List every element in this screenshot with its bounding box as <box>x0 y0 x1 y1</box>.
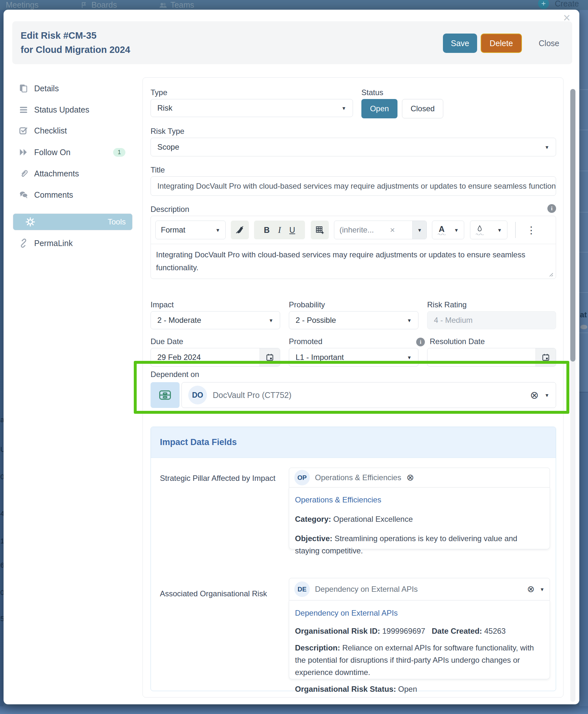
resolution-date-input[interactable] <box>427 348 556 367</box>
format-select[interactable]: Format ▼ <box>155 221 226 239</box>
avatar-initials: DE <box>294 582 310 597</box>
chevron-down-icon: ▼ <box>215 227 220 233</box>
sidebar-item-permalink[interactable]: PermaLink <box>13 235 132 251</box>
associated-risk-field[interactable]: DE Dependency on External APIs ⊗ ▼ <box>289 578 550 600</box>
due-date-input[interactable]: 29 Feb 2024 <box>150 348 280 367</box>
nav-teams-label: Teams <box>170 0 194 10</box>
dependent-on-field[interactable]: DO DocVault Pro (CT752) ⊗ ▼ <box>182 382 556 408</box>
close-button[interactable]: Close <box>531 34 567 53</box>
probability-select[interactable]: 2 - Possible ▼ <box>289 311 418 329</box>
scrollbar-thumb[interactable] <box>570 89 575 362</box>
background-bottom-bar <box>0 706 588 714</box>
delete-button[interactable]: Delete <box>481 34 522 53</box>
status-open-button[interactable]: Open <box>361 99 398 118</box>
info-icon[interactable]: i <box>416 338 425 346</box>
fast-forward-icon <box>13 147 34 157</box>
calendar-icon[interactable] <box>536 348 556 366</box>
strategic-pillar-detail-card: Operations & Efficiencies Category: Oper… <box>289 487 550 549</box>
table-icon <box>315 225 324 235</box>
clear-selection-icon[interactable]: ⊗ <box>406 473 414 482</box>
nav-boards[interactable]: Boards <box>80 0 117 10</box>
page-title-line2: for Cloud Migration 2024 <box>21 43 130 57</box>
impact-label: Impact <box>150 300 174 309</box>
section-header: Impact Data Fields <box>151 427 556 458</box>
pillar-link[interactable]: Operations & Efficiencies <box>295 494 544 506</box>
chevron-down-icon: ▼ <box>454 227 459 233</box>
nav-boards-label: Boards <box>91 0 117 10</box>
underline-button[interactable]: U <box>290 225 295 235</box>
title-label: Title <box>150 165 165 175</box>
clear-format-icon <box>235 225 245 235</box>
save-button[interactable]: Save <box>443 34 477 53</box>
strategic-pillar-field[interactable]: OP Operations & Efficiencies ⊗ <box>289 468 550 488</box>
sidebar-item-label: Status Updates <box>34 105 89 115</box>
more-options-button[interactable]: ⋮ <box>522 221 540 239</box>
status-closed-button[interactable]: Closed <box>402 99 443 118</box>
background-dot <box>580 325 587 329</box>
edit-risk-modal: × Edit Risk #CM-35 for Cloud Migration 2… <box>3 10 579 704</box>
insert-table-button[interactable] <box>311 221 329 239</box>
title-input[interactable]: Integrating DocVault Pro with cloud-base… <box>150 177 556 196</box>
nav-meetings[interactable]: Meetings <box>6 0 38 10</box>
impact-select[interactable]: 2 - Moderate ▼ <box>150 311 280 329</box>
chevron-down-icon: ▼ <box>407 318 412 323</box>
chevron-down-icon[interactable]: ▼ <box>545 392 549 398</box>
clear-selection-icon[interactable]: ⊗ <box>527 585 534 594</box>
app-top-nav: Meetings Boards Teams + Create <box>0 0 588 10</box>
info-icon[interactable]: i <box>547 204 556 213</box>
resize-handle-icon[interactable] <box>548 271 553 277</box>
avatar-initials: OP <box>294 470 310 485</box>
risk-type-label: Risk Type <box>150 127 184 136</box>
teams-icon <box>159 1 167 9</box>
italic-button[interactable]: I <box>278 225 281 235</box>
form-panel: Type Risk ▼ Status Open Closed Risk Type… <box>143 77 564 697</box>
comments-icon <box>13 190 34 200</box>
chevron-down-icon: ▼ <box>497 227 502 233</box>
clear-selection-icon[interactable]: ⊗ <box>530 390 539 400</box>
nav-meetings-label: Meetings <box>6 0 38 10</box>
sidebar-item-follow-on[interactable]: Follow On 1 <box>13 144 132 161</box>
bold-button[interactable]: B <box>264 225 270 235</box>
chevron-down-icon: ▼ <box>269 318 273 323</box>
chevron-down-icon: ▼ <box>417 227 422 233</box>
calendar-icon[interactable] <box>259 348 280 366</box>
archive-icon[interactable] <box>150 382 180 408</box>
nav-teams[interactable]: Teams <box>159 0 194 10</box>
strategic-pillar-label: Strategic Pillar Affected by Impact <box>160 473 286 484</box>
sidebar-item-label: PermaLink <box>34 239 73 248</box>
type-select[interactable]: Risk ▼ <box>150 99 353 117</box>
promoted-select[interactable]: L1 - Important ▼ <box>289 348 418 367</box>
nav-create[interactable]: + Create <box>538 0 579 9</box>
due-date-label: Due Date <box>150 337 183 346</box>
font-dropdown-zone[interactable]: ▼ <box>412 221 426 239</box>
sidebar-item-status-updates[interactable]: Status Updates <box>13 101 132 118</box>
sidebar-item-details[interactable]: Details <box>13 80 132 97</box>
description-editor[interactable]: Format ▼ B I U <box>150 216 556 279</box>
background-text-fragment: at <box>580 310 587 319</box>
page-title-line1: Edit Risk #CM-35 <box>21 28 130 43</box>
chevron-down-icon[interactable]: ▼ <box>540 587 545 592</box>
sidebar-item-tools[interactable]: Tools <box>13 213 132 230</box>
sidebar-item-comments[interactable]: Comments <box>13 186 132 203</box>
font-color-button[interactable]: A ▼ <box>432 221 464 239</box>
clear-format-button[interactable] <box>231 221 249 239</box>
dependent-on-label: Dependent on <box>150 370 199 379</box>
highlight-color-button[interactable]: ▼ <box>470 221 507 239</box>
probability-label: Probability <box>289 300 325 309</box>
sidebar-item-checklist[interactable]: Checklist <box>13 122 132 139</box>
sidebar-item-attachments[interactable]: Attachments <box>13 165 132 182</box>
sidebar-item-label: Checklist <box>34 126 67 136</box>
description-text[interactable]: Integrating DocVault Pro with cloud-base… <box>156 248 537 274</box>
font-family-select[interactable]: (inherite... × ▼ <box>334 221 427 239</box>
risk-type-select[interactable]: Scope ▼ <box>150 138 556 157</box>
background-right-fragment: at <box>579 10 588 706</box>
risk-rating-readonly: 4 - Medium <box>427 311 556 329</box>
avatar-initials: DO <box>188 386 207 404</box>
org-risk-link[interactable]: Dependency on External APIs <box>295 607 544 619</box>
editor-toolbar: Format ▼ B I U <box>151 216 556 244</box>
link-icon <box>13 238 34 248</box>
bold-italic-underline-group: B I U <box>254 221 305 239</box>
clear-font-icon[interactable]: × <box>390 225 395 235</box>
risk-rating-label: Risk Rating <box>427 300 467 309</box>
background-left-fragment: a U 0 4 1 6 0 5 <box>0 10 3 707</box>
